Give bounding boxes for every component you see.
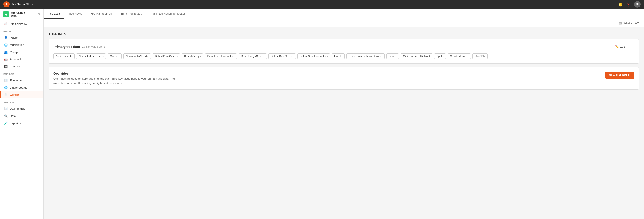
dashboards-icon: 📊 [4, 107, 8, 110]
overrides-text: Overrides Overrides are used to store an… [54, 72, 184, 85]
sidebar-item-data[interactable]: 🔍 Data [0, 112, 43, 120]
sidebar-item-leaderboards-label: Leaderboards [10, 86, 27, 89]
sidebar-item-overview[interactable]: 📈 Title Overview [0, 20, 43, 27]
tags-container: AchievementsCharacterLevelRampClassesCom… [54, 53, 634, 59]
card-title: Primary title data [54, 45, 80, 48]
title-data-section: TITLE DATA Primary title data 17 key val… [44, 27, 644, 95]
card-subtitle: 17 key value pairs [82, 45, 105, 48]
players-icon: 👤 [4, 36, 8, 39]
sidebar-item-experiments[interactable]: 🧪 Experiments [0, 120, 43, 127]
help-icon[interactable]: ❓ [626, 2, 630, 6]
app-logo[interactable] [4, 1, 10, 7]
tag[interactable]: CharacterLevelRamp [76, 53, 106, 59]
sidebar-item-dashboards[interactable]: 📊 Dashboards [0, 105, 43, 112]
section-engage-label: ENGAGE [0, 70, 43, 77]
tab-title-data[interactable]: Title Data [44, 9, 64, 19]
tab-file-management[interactable]: File Management [86, 9, 116, 19]
card-header: Primary title data 17 key value pairs ✏️… [54, 43, 634, 50]
tab-title-news[interactable]: Title News [64, 9, 86, 19]
sidebar-studio: Mrs Sample Data ⚙ [0, 9, 43, 20]
studio-title: My Game Studio [12, 2, 34, 6]
multiplayer-icon: 🌐 [4, 43, 8, 47]
top-bar-left: My Game Studio [4, 1, 34, 7]
whats-this-label: What's this? [624, 21, 639, 25]
sidebar-item-content[interactable]: 📋 Content [0, 91, 43, 98]
tag[interactable]: UseCDN [472, 53, 488, 59]
top-bar-right: 🔔 ❓ SH [618, 1, 640, 8]
overrides-header: Overrides Overrides are used to store an… [54, 72, 634, 85]
tag[interactable]: LeaderboardoftheweekName [346, 53, 385, 59]
tag[interactable]: DefaultHeroEncounters [205, 53, 237, 59]
sidebar-item-multiplayer[interactable]: 🌐 Multiplayer [0, 41, 43, 48]
studio-icon [3, 11, 9, 17]
sidebar-item-groups[interactable]: 👥 Groups [0, 48, 43, 56]
edit-label: Edit [620, 45, 625, 48]
sidebar-item-automation-label: Automation [10, 58, 24, 61]
economy-icon: 📊 [4, 79, 8, 82]
tab-email-templates[interactable]: Email Templates [117, 9, 146, 19]
sidebar-item-addons-label: Add-ons [10, 65, 20, 68]
leaderboards-icon: 🌐 [4, 86, 8, 89]
section-analyze-label: ANALYZE [0, 98, 43, 105]
section-heading: TITLE DATA [49, 32, 639, 35]
whats-this-bar: 📰 What's this? [44, 19, 644, 27]
sidebar-studio-left: Mrs Sample Data [3, 11, 26, 17]
pencil-icon: ✏️ [615, 45, 619, 48]
tag[interactable]: DefaultMegaCreeps [239, 53, 267, 59]
sidebar-item-automation[interactable]: 🤖 Automation [0, 56, 43, 63]
sidebar-item-experiments-label: Experiments [10, 121, 26, 125]
tag[interactable]: Events [332, 53, 344, 59]
user-avatar[interactable]: SH [634, 1, 640, 8]
studio-name: Mrs Sample Data [11, 11, 26, 17]
tag[interactable]: StandardStores [448, 53, 470, 59]
whats-this-link[interactable]: 📰 What's this? [618, 21, 639, 25]
studio-name-line2: Data [11, 14, 26, 17]
card-header-right: ✏️ Edit ··· [614, 43, 634, 50]
addons-icon: 🔲 [4, 65, 8, 68]
sidebar-item-economy[interactable]: 📊 Economy [0, 77, 43, 84]
info-icon: 📰 [618, 21, 622, 25]
sidebar: Mrs Sample Data ⚙ 📈 Title Overview BUILD… [0, 9, 44, 219]
chart-icon: 📈 [4, 22, 7, 25]
sidebar-item-players-label: Players [10, 36, 19, 39]
sidebar-item-economy-label: Economy [10, 79, 22, 82]
sidebar-item-addons[interactable]: 🔲 Add-ons [0, 63, 43, 70]
tag[interactable]: Classes [108, 53, 122, 59]
overrides-card: Overrides Overrides are used to store an… [49, 67, 639, 90]
gear-icon[interactable]: ⚙ [38, 13, 40, 16]
sidebar-item-data-label: Data [10, 114, 16, 118]
tag[interactable]: Spells [434, 53, 446, 59]
tab-push-notifications[interactable]: Push Notification Templates [146, 9, 190, 19]
bell-icon[interactable]: 🔔 [618, 2, 623, 6]
sidebar-item-leaderboards[interactable]: 🌐 Leaderboards [0, 84, 43, 91]
sidebar-item-groups-label: Groups [10, 50, 19, 54]
overrides-title: Overrides [54, 72, 184, 75]
content-icon: 📋 [4, 93, 8, 96]
tag[interactable]: DefaultRareCreeps [268, 53, 296, 59]
tag[interactable]: Levels [386, 53, 399, 59]
groups-icon: 👥 [4, 50, 8, 54]
studio-name-line1: Mrs Sample [11, 11, 26, 14]
sidebar-item-multiplayer-label: Multiplayer [10, 43, 24, 47]
tag[interactable]: DefaultCreeps [182, 53, 203, 59]
tag[interactable]: DefaultStoreEncounters [298, 53, 330, 59]
sidebar-item-content-label: Content [10, 93, 20, 96]
tabs-bar: Title Data Title News File Management Em… [44, 9, 644, 19]
main-layout: Mrs Sample Data ⚙ 📈 Title Overview BUILD… [0, 9, 644, 219]
tag[interactable]: Achievements [54, 53, 74, 59]
overview-label: Title Overview [9, 22, 27, 25]
tag[interactable]: CommunityWebsite [123, 53, 151, 59]
tag[interactable]: DefaultBossCreeps [152, 53, 180, 59]
sidebar-item-dashboards-label: Dashboards [10, 107, 25, 110]
sidebar-item-players[interactable]: 👤 Players [0, 34, 43, 41]
page-content: 📰 What's this? TITLE DATA Primary title … [44, 19, 644, 219]
primary-title-data-card: Primary title data 17 key value pairs ✏️… [49, 39, 639, 64]
overrides-description: Overrides are used to store and manage o… [54, 77, 184, 85]
card-header-left: Primary title data 17 key value pairs [54, 45, 105, 48]
section-build-label: BUILD [0, 27, 43, 34]
edit-button[interactable]: ✏️ Edit [614, 44, 626, 49]
experiments-icon: 🧪 [4, 121, 8, 125]
more-button[interactable]: ··· [629, 43, 634, 50]
new-override-button[interactable]: NEW OVERRIDE [606, 72, 634, 79]
tag[interactable]: MinimumInterstitialWait [400, 53, 432, 59]
